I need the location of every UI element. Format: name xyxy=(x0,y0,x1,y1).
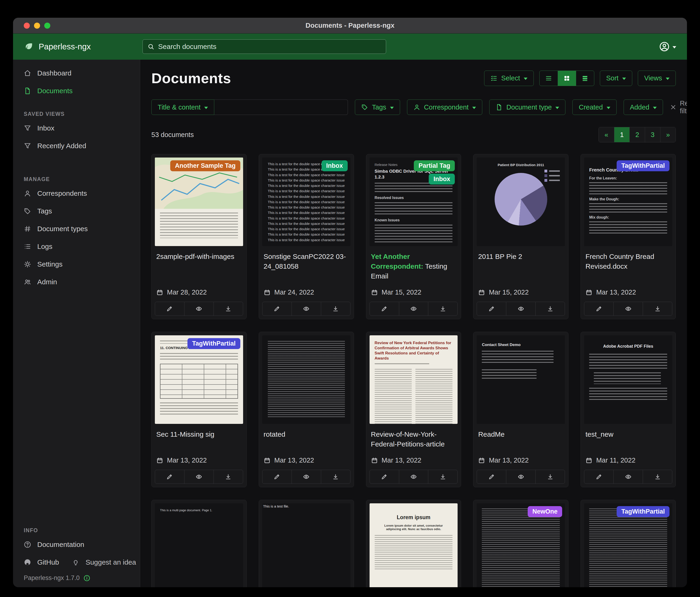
edit-button[interactable] xyxy=(262,470,292,483)
view-button[interactable] xyxy=(292,470,321,483)
view-button[interactable] xyxy=(399,302,428,315)
download-button[interactable] xyxy=(643,470,672,483)
correspondent-filter-button[interactable]: Correspondent xyxy=(407,99,482,115)
document-thumbnail[interactable]: NewOne xyxy=(477,503,565,587)
sidebar-item-settings[interactable]: Settings xyxy=(13,255,140,273)
document-title[interactable]: Sec 11-Missing sig xyxy=(152,424,246,441)
sidebar-item-documents[interactable]: Documents xyxy=(13,82,140,100)
sidebar-item-github[interactable]: GitHub xyxy=(13,553,70,571)
view-button[interactable] xyxy=(506,302,535,315)
user-menu[interactable] xyxy=(659,41,676,52)
document-thumbnail[interactable]: This is a multi page document. Page 1. xyxy=(155,503,243,587)
brand[interactable]: Paperless-ngx xyxy=(13,42,140,52)
page-button-2[interactable]: 2 xyxy=(629,127,645,142)
view-button[interactable] xyxy=(614,470,643,483)
download-button[interactable] xyxy=(535,302,565,315)
view-button[interactable] xyxy=(614,302,643,315)
tag-badge[interactable]: TagWithPartial xyxy=(617,160,670,171)
document-title[interactable]: rotated xyxy=(259,424,354,441)
document-title[interactable]: French Country Bread Revised.docx xyxy=(581,246,676,273)
download-button[interactable] xyxy=(214,302,243,315)
document-type-filter-button[interactable]: Document type xyxy=(489,99,566,115)
download-button[interactable] xyxy=(214,470,243,483)
document-thumbnail[interactable]: Contact Sheet Demo xyxy=(477,335,565,424)
document-thumbnail[interactable]: This is a test file. xyxy=(262,503,350,587)
created-filter-button[interactable]: Created xyxy=(572,99,617,115)
edit-button[interactable] xyxy=(584,302,614,315)
tag-badge[interactable]: Inbox xyxy=(429,174,455,185)
maximize-window-button[interactable] xyxy=(44,23,50,29)
tag-badge[interactable]: Another Sample Tag xyxy=(170,160,240,171)
edit-button[interactable] xyxy=(477,470,506,483)
page-button-3[interactable]: 3 xyxy=(645,127,660,142)
view-button[interactable] xyxy=(292,302,321,315)
tag-badge[interactable]: NewOne xyxy=(528,506,562,517)
sidebar-item-suggest-idea[interactable]: Suggest an idea xyxy=(70,553,140,571)
edit-button[interactable] xyxy=(370,302,399,315)
document-thumbnail[interactable]: Adobe Acrobat PDF Files xyxy=(584,335,672,424)
close-window-button[interactable] xyxy=(24,23,30,29)
download-button[interactable] xyxy=(643,302,672,315)
reset-filters-button[interactable]: Reset filters xyxy=(670,99,687,115)
tag-badge[interactable]: TagWithPartial xyxy=(617,506,670,517)
tag-badge[interactable]: TagWithPartial xyxy=(188,338,240,349)
document-title[interactable]: Review-of-New-York-Federal-Petitions-art… xyxy=(366,424,461,451)
tag-badge[interactable]: Partial Tag xyxy=(414,160,455,171)
sidebar-item-tags[interactable]: Tags xyxy=(13,202,140,220)
tag-badge[interactable]: Inbox xyxy=(322,160,348,171)
filter-field-selector[interactable]: Title & content xyxy=(151,99,214,115)
sort-button[interactable]: Sort xyxy=(600,71,632,86)
edit-button[interactable] xyxy=(370,470,399,483)
edit-button[interactable] xyxy=(155,470,184,483)
detail-view-button[interactable] xyxy=(576,71,594,86)
document-thumbnail[interactable]: 11. CONTINUING MEDICAL EDUCA TagWithPart… xyxy=(155,335,243,424)
edit-button[interactable] xyxy=(477,302,506,315)
sidebar-item-recently-added[interactable]: Recently Added xyxy=(13,137,140,155)
document-thumbnail[interactable]: TagWithPartial xyxy=(584,503,672,587)
edit-button[interactable] xyxy=(262,302,292,315)
download-button[interactable] xyxy=(428,302,457,315)
select-button[interactable]: Select xyxy=(484,71,534,86)
sidebar-item-inbox[interactable]: Inbox xyxy=(13,119,140,137)
document-title[interactable]: ReadMe xyxy=(473,424,568,441)
document-thumbnail[interactable]: Release Notes Simba ODBC Driver for SQL … xyxy=(370,158,458,246)
document-title[interactable]: Sonstige ScanPC2022 03-24_081058 xyxy=(259,246,354,273)
download-button[interactable] xyxy=(321,470,350,483)
sidebar-item-documentation[interactable]: Documentation xyxy=(13,536,140,553)
document-thumbnail[interactable]: This is a test for the double space char… xyxy=(262,158,350,246)
tags-filter-button[interactable]: Tags xyxy=(355,99,400,115)
page-button-1[interactable]: 1 xyxy=(614,127,629,142)
document-title[interactable]: Yet Another Correspondent: Testing Email xyxy=(366,246,461,283)
prev-page-button[interactable]: « xyxy=(599,127,614,142)
document-thumbnail[interactable] xyxy=(262,335,350,424)
document-thumbnail[interactable]: Another Sample Tag xyxy=(155,158,243,246)
list-view-button[interactable] xyxy=(540,71,558,86)
views-button[interactable]: Views xyxy=(638,71,676,86)
document-thumbnail[interactable]: Patient BP Distribution 2011 xyxy=(477,158,565,246)
sidebar-item-document-types[interactable]: Document types xyxy=(13,220,140,238)
sidebar-item-correspondents[interactable]: Correspondents xyxy=(13,185,140,202)
edit-button[interactable] xyxy=(584,470,614,483)
download-button[interactable] xyxy=(321,302,350,315)
view-button[interactable] xyxy=(399,470,428,483)
grid-view-button[interactable] xyxy=(558,71,576,86)
view-button[interactable] xyxy=(184,470,214,483)
edit-button[interactable] xyxy=(155,302,184,315)
correspondent-link[interactable]: Yet Another Correspondent: xyxy=(371,253,423,270)
sidebar-item-dashboard[interactable]: Dashboard xyxy=(13,64,140,82)
download-button[interactable] xyxy=(535,470,565,483)
minimize-window-button[interactable] xyxy=(34,23,40,29)
sidebar-item-logs[interactable]: Logs xyxy=(13,238,140,255)
view-button[interactable] xyxy=(184,302,214,315)
view-button[interactable] xyxy=(506,470,535,483)
sidebar-item-admin[interactable]: Admin xyxy=(13,273,140,291)
document-title[interactable]: test_new xyxy=(581,424,676,441)
search-input[interactable] xyxy=(158,43,381,51)
document-thumbnail[interactable]: Review of New York Federal Petitions for… xyxy=(370,335,458,424)
document-title[interactable]: 2sample-pdf-with-images xyxy=(152,246,246,263)
next-page-button[interactable]: » xyxy=(660,127,676,142)
download-button[interactable] xyxy=(428,470,457,483)
filter-query-input[interactable] xyxy=(214,99,348,115)
document-thumbnail[interactable]: Lorem ipsum Lorem ipsum dolor sit amet, … xyxy=(370,503,458,587)
document-title[interactable]: 2011 BP Pie 2 xyxy=(473,246,568,263)
